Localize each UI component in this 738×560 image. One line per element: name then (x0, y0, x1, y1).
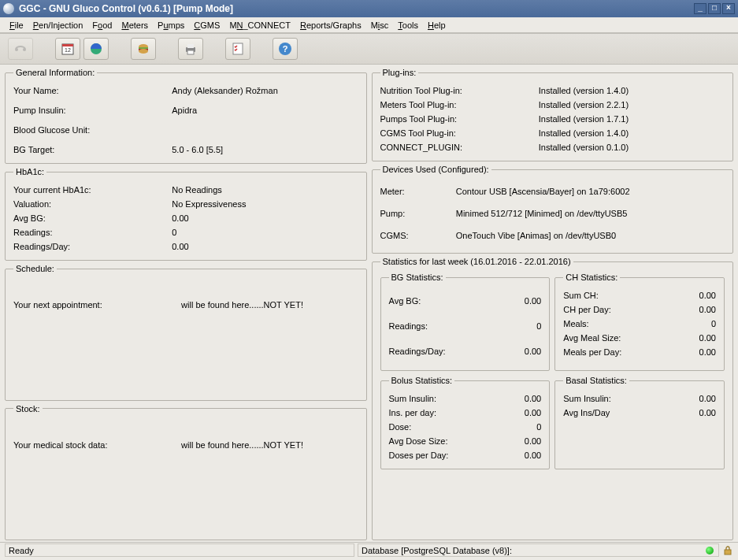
pump-label: Pump: (380, 209, 456, 218)
meter-label: Meter: (380, 187, 456, 196)
statistics-group: Statistics for last week (16.01.2016 - 2… (372, 257, 734, 540)
toolbar: 12 ? (0, 33, 738, 65)
ads-value: 0.00 (510, 436, 541, 446)
ch-statistics-group: CH Statistics: Sum CH:0.00 CH per Day:0.… (554, 273, 725, 371)
bg-target-label: BG Target: (13, 145, 172, 154)
bg-target-value: 5.0 - 6.0 [5.5] (172, 145, 358, 154)
status-left: Ready (5, 543, 354, 557)
svg-rect-12 (187, 50, 194, 54)
ads-label: Avg Dose Size: (389, 436, 448, 446)
bg-unit-value (172, 125, 358, 135)
pump-insulin-label: Pump Insulin: (13, 106, 172, 115)
menu-mn-connect[interactable]: MN_CONNECT (224, 19, 295, 32)
valuation-value: No Expressiveness (172, 199, 358, 209)
left-column: General Information: Your Name:Andy (Ale… (5, 68, 367, 540)
menu-help[interactable]: Help (423, 19, 451, 32)
pump-insulin-value: Apidra (172, 106, 358, 115)
svg-rect-16 (725, 550, 731, 554)
devices-legend: Devices Used (Configured): (380, 165, 491, 174)
valuation-label: Valuation: (13, 199, 172, 209)
plugins-legend: Plug-ins: (380, 68, 419, 77)
help-icon[interactable]: ? (273, 38, 298, 60)
appointment-label: Your next appointment: (13, 300, 179, 310)
avgbg-value: 0.00 (172, 213, 358, 223)
menubar: File Pen/Injection Food Meters Pumps CGM… (0, 17, 738, 33)
mpd-value: 0.00 (684, 347, 716, 357)
app-icon (3, 3, 14, 14)
print-icon[interactable] (178, 38, 203, 60)
stock-group: Stock: Your medical stock data: will be … (5, 404, 367, 541)
aid-value: 0.00 (684, 408, 716, 417)
minimize-button[interactable]: _ (694, 3, 706, 14)
avgbg-label: Avg BG: (13, 213, 172, 223)
calendar-icon[interactable]: 12 (55, 38, 80, 60)
bolus-statistics-group: Bolus Statistics: Sum Insulin:0.00 Ins. … (380, 376, 551, 469)
toolbar-button-1 (8, 38, 33, 60)
ipd-value: 0.00 (510, 408, 541, 417)
main-content: General Information: Your Name:Andy (Ale… (0, 65, 738, 542)
maximize-button[interactable]: □ (708, 3, 721, 14)
plugin-name: Pumps Tool Plug-in: (380, 114, 539, 124)
schedule-group: Schedule: Your next appointment: will be… (5, 264, 367, 401)
bg-unit-label: Blood Glucose Unit: (13, 125, 172, 135)
readings-value: 0 (510, 321, 541, 331)
ipd-label: Ins. per day: (389, 408, 437, 417)
mpd-label: Meals per Day: (563, 347, 621, 357)
plugin-status: Installed (version 1.7.1) (539, 114, 725, 124)
ch-stat-legend: CH Statistics: (563, 273, 620, 282)
svg-text:?: ? (283, 44, 288, 54)
sumins-label: Sum Insulin: (563, 394, 611, 403)
hba1c-current-value: No Readings (172, 185, 358, 195)
dpd-label: Doses per Day: (389, 451, 449, 460)
plugin-status: Installed (version 1.4.0) (539, 86, 725, 95)
plugins-group: Plug-ins: Nutrition Tool Plug-in:Install… (372, 68, 734, 161)
stock-legend: Stock: (13, 404, 43, 414)
statistics-legend: Statistics for last week (16.01.2016 - 2… (380, 257, 573, 266)
general-legend: General Information: (13, 68, 97, 77)
close-button[interactable]: × (722, 3, 735, 14)
plugin-name: CGMS Tool Plug-in: (380, 128, 539, 138)
hba1c-group: HbA1c: Your current HbA1c:No Readings Va… (5, 167, 367, 261)
checklist-icon[interactable] (225, 38, 250, 60)
lock-icon (722, 545, 733, 556)
svg-point-1 (23, 48, 26, 51)
chday-label: CH per Day: (563, 305, 611, 314)
avgbg-label: Avg BG: (389, 296, 421, 306)
menu-cgms[interactable]: CGMS (189, 19, 224, 32)
hba1c-legend: HbA1c: (13, 167, 46, 176)
ams-value: 0.00 (684, 333, 716, 343)
svg-rect-7 (139, 47, 148, 49)
status-db: Database [PostgreSQL Database (v8)]: (362, 546, 512, 555)
menu-pen-injection[interactable]: Pen/Injection (28, 19, 88, 32)
menu-meters[interactable]: Meters (117, 19, 153, 32)
food-icon[interactable] (131, 38, 156, 60)
sumins-value: 0.00 (684, 394, 716, 403)
your-name-label: Your Name: (13, 86, 172, 95)
cgms-value: OneTouch Vibe [Animas] on /dev/ttyUSB0 (456, 231, 725, 240)
menu-misc[interactable]: Misc (366, 19, 394, 32)
dpd-value: 0.00 (510, 451, 541, 460)
bolus-stat-legend: Bolus Statistics: (389, 376, 455, 385)
menu-pumps[interactable]: Pumps (153, 19, 189, 32)
appointment-value: will be found here......NOT YET! (181, 300, 303, 310)
pump-value: Minimed 512/712 [Minimed] on /dev/ttyUSB… (456, 209, 725, 218)
devices-group: Devices Used (Configured): Meter:Contour… (372, 165, 734, 254)
menu-food[interactable]: Food (87, 19, 117, 32)
menu-reports[interactable]: Reports/Graphs (295, 19, 366, 32)
plugin-status: Installed (version 2.2.1) (539, 100, 725, 109)
menu-file[interactable]: File (5, 19, 28, 32)
sumins-label: Sum Insulin: (389, 394, 437, 403)
schedule-legend: Schedule: (13, 264, 57, 273)
readings-label: Readings: (13, 228, 172, 237)
stock-value: will be found here......NOT YET! (181, 440, 303, 450)
readings-label: Readings: (389, 321, 428, 331)
menu-tools[interactable]: Tools (393, 19, 423, 32)
meter-value: Contour USB [Ascensia/Bayer] on 1a79:600… (456, 187, 725, 196)
sumch-label: Sum CH: (563, 291, 599, 300)
dose-label: Dose: (389, 422, 412, 432)
globe-icon[interactable] (83, 38, 109, 60)
plugin-status: Installed (version 0.1.0) (539, 143, 725, 152)
sumch-value: 0.00 (684, 291, 716, 300)
svg-rect-13 (233, 43, 243, 54)
cgms-label: CGMS: (380, 231, 456, 240)
